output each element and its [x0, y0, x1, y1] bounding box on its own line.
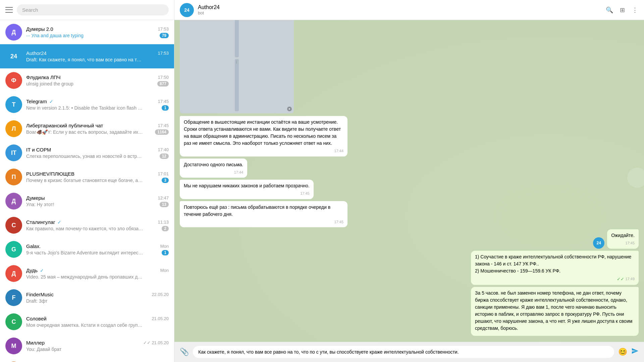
chat-name: Думеры 2.0	[26, 26, 53, 32]
chat-item-galax[interactable]: GGalax.Mon9-я часть Jojo's Bizarre Adven…	[0, 237, 174, 261]
message-time: 17:45	[611, 240, 635, 246]
avatar: F	[5, 289, 22, 306]
message-text: Обращение в вышестоящие инстанции остаёт…	[184, 119, 341, 146]
sidebar-header: Search	[0, 0, 174, 20]
emoji-icon[interactable]: 😊	[618, 348, 627, 356]
chat-item-vova[interactable]: ВВова✓✓ 4.05.20You: Приятного тебе	[0, 358, 174, 362]
send-button[interactable]	[631, 347, 639, 357]
attach-icon[interactable]: 📎	[180, 348, 189, 356]
avatar: Л	[5, 120, 22, 137]
message-bubble: Обращение в вышестоящие инстанции остаёт…	[180, 116, 347, 157]
badge: 877	[157, 81, 169, 86]
message-time: 17:44	[184, 170, 243, 175]
chat-preview: ulnsig joined the group	[26, 81, 73, 86]
chat-preview: You: Давай брат	[26, 347, 61, 352]
message-row: 1) Соучастие в краже интеллектуальной со…	[180, 251, 639, 285]
avatar: T	[5, 96, 22, 113]
chat-name: Флудилка ЛПЧ	[26, 74, 61, 80]
message-text: Мы не нарушаем никаких законов и работае…	[184, 183, 310, 188]
search-icon[interactable]: 🔍	[606, 6, 613, 14]
badge: 13	[160, 202, 169, 207]
chat-preview: New in version 2.1.5: • Disable the Task…	[26, 105, 144, 111]
message-input[interactable]	[193, 346, 614, 358]
input-area: 📎 😊	[174, 342, 644, 362]
verified-icon: ✓	[48, 99, 53, 104]
chat-preview: Ула: Ну этот!	[26, 202, 54, 207]
chat-header-info: Author24 bot	[198, 4, 602, 15]
hamburger-icon[interactable]	[5, 6, 13, 14]
chat-name: Миллер	[26, 340, 45, 346]
chat-preview: Почему в кризис богатые становятся еще б…	[26, 178, 144, 183]
sidebar: Search ДДумеры 2.017:53··· Ула and даша …	[0, 0, 174, 362]
chat-name: Telegram ✓	[26, 99, 53, 104]
chat-item-it_sopm[interactable]: ITIT и СОРМ17:40Слегка переполошились, у…	[0, 141, 174, 165]
chat-name: Дудь ✓	[26, 267, 44, 273]
message-row: Достаточно одного письма.17:44	[180, 159, 639, 178]
message-bubble: Достаточно одного письма.17:44	[180, 159, 247, 178]
search-input[interactable]: Search	[17, 4, 169, 15]
badge: 1164	[155, 129, 169, 135]
chat-item-fludilka[interactable]: ФФлудилка ЛПЧ17:50ulnsig joined the grou…	[0, 68, 174, 93]
chat-item-telegram[interactable]: TTelegram ✓17:45New in version 2.1.5: • …	[0, 93, 174, 117]
chat-name: PLUSHEV/ПЛЮЩЕВ	[26, 171, 74, 177]
message-time: 17:45	[184, 219, 343, 225]
message-row: 24Ожидайте.17:45	[180, 229, 639, 249]
avatar: 24	[5, 48, 22, 65]
message-time: 17:45	[184, 191, 310, 196]
chat-header: 24 Author24 bot 🔍 ⊞ ⋮	[174, 0, 644, 20]
message-row: Мы не нарушаем никаких законов и работае…	[180, 180, 639, 199]
message-row: За 5 часов. не был заменен номер телефон…	[180, 287, 639, 336]
svg-marker-0	[289, 108, 290, 110]
chat-item-miller[interactable]: ММиллер✓✓ 21.05.20You: Давай брат	[0, 334, 174, 358]
verified-icon: ✓	[39, 268, 44, 273]
verified-icon: ✓	[56, 220, 62, 225]
chat-header-status: bot	[198, 10, 602, 15]
avatar: М	[5, 338, 22, 354]
chat-preview: Моя очередная заметка. Кстати я создал с…	[26, 322, 144, 328]
message-row: Повторюсь ещё раз : письма обрабатываютс…	[180, 201, 639, 228]
chat-item-dud[interactable]: ДДудь ✓MonVideo. 25 мая – международный …	[0, 261, 174, 286]
chat-time: 17:45	[158, 99, 169, 104]
chat-preview: 9-я часть Jojo's Bizarre Adventure выгля…	[26, 250, 144, 255]
avatar: IT	[5, 144, 22, 161]
message-bubble: Ожидайте.17:45	[607, 229, 639, 249]
chat-time: 17:01	[158, 171, 169, 176]
message-checkmarks: ✓✓	[617, 276, 624, 283]
chat-name: Либертарианский публичный чат	[26, 123, 103, 128]
chat-list: ДДумеры 2.017:53··· Ула and даша are typ…	[0, 20, 174, 362]
message-image	[180, 20, 639, 113]
badge: 12	[160, 154, 169, 159]
chat-preview: Draft: 3фт	[26, 298, 48, 304]
avatar: С	[5, 217, 22, 234]
message-bubble: Мы не нарушаем никаких законов и работае…	[180, 180, 314, 199]
avatar: Ф	[5, 72, 22, 89]
avatar: П	[5, 169, 22, 185]
more-icon[interactable]: ⋮	[631, 6, 639, 14]
chat-item-staling[interactable]: ССталингулаг ✓11:13Как правило, нам поче…	[0, 213, 174, 237]
avatar: G	[5, 241, 22, 258]
chat-time: Mon	[160, 244, 169, 249]
chat-image	[180, 20, 294, 113]
chat-item-plushev[interactable]: ПPLUSHEV/ПЛЮЩЕВ17:01Почему в кризис бога…	[0, 165, 174, 189]
chat-time: 17:53	[158, 26, 169, 32]
message-time: ✓✓17:49	[475, 276, 635, 283]
chat-time: 17:50	[158, 75, 169, 80]
badge: 1	[162, 250, 169, 255]
chat-preview: Как правило, нам почему-то кажется, что …	[26, 226, 144, 231]
layout-icon[interactable]: ⊞	[619, 6, 626, 14]
main-chat: 24 Author24 bot 🔍 ⊞ ⋮	[174, 0, 644, 362]
badge: 2	[162, 226, 169, 231]
message-bubble: Повторюсь ещё раз : письма обрабатываютс…	[180, 201, 347, 228]
chat-item-finder[interactable]: FFinderMusic22.05.20Draft: 3фт	[0, 286, 174, 310]
chat-item-dumery[interactable]: ДДумеры12:47Ула: Ну этот!13	[0, 189, 174, 213]
chat-item-solovey[interactable]: ССоловей21.05.20Моя очередная заметка. К…	[0, 310, 174, 334]
chat-item-dumery2[interactable]: ДДумеры 2.017:53··· Ула and даша are typ…	[0, 20, 174, 44]
chat-item-author24[interactable]: 24Author2417:53Draft: Как скажете, я пон…	[0, 44, 174, 68]
chat-item-libertarian[interactable]: ЛЛибертарианский публичный чат17:45Boar🐗…	[0, 117, 174, 141]
message-text: Ожидайте.	[611, 233, 635, 238]
chat-time: 11:13	[158, 220, 169, 225]
chat-time: 12:47	[158, 195, 169, 200]
chat-name: Думеры	[26, 195, 45, 201]
avatar: Д	[5, 24, 22, 41]
chat-name: IT и СОРМ	[26, 147, 51, 153]
